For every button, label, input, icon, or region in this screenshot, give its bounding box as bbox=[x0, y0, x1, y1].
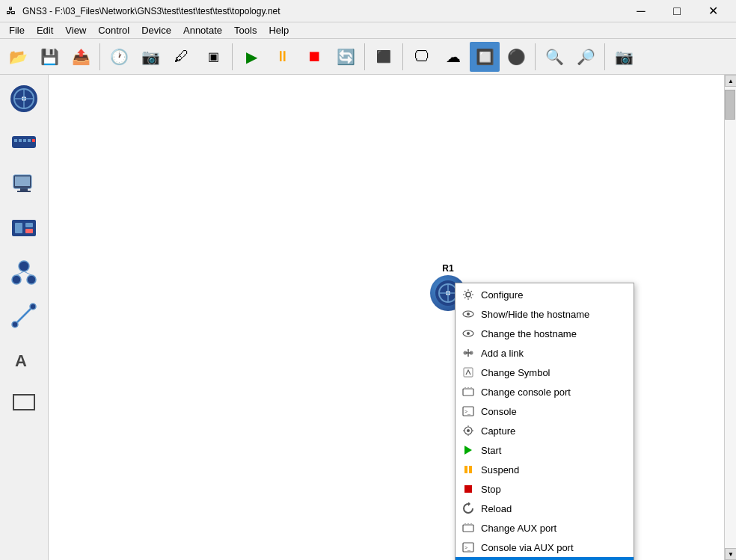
ctx-change-console-port[interactable]: Change console port bbox=[456, 382, 634, 401]
reload-icon bbox=[461, 502, 475, 515]
window-title: GNS3 - F:\03_Files\Network\GNS3\test\tes… bbox=[22, 6, 624, 16]
cloud-tb-button[interactable]: ☁ bbox=[438, 42, 468, 72]
scroll-thumb-v[interactable] bbox=[725, 90, 735, 120]
ctx-stop[interactable]: Stop bbox=[456, 479, 634, 499]
console-aux-icon: >_ bbox=[461, 541, 475, 554]
console-tb-button[interactable]: 🖵 bbox=[407, 42, 437, 72]
sidebar-item-connections[interactable] bbox=[3, 295, 45, 336]
svg-text:>_: >_ bbox=[464, 545, 470, 551]
show-hide-icon bbox=[461, 307, 475, 321]
ctx-console-aux-label: Console via AUX port bbox=[481, 542, 574, 553]
ctx-add-link-label: Add a link bbox=[481, 348, 524, 359]
svg-rect-52 bbox=[464, 466, 467, 473]
svg-rect-7 bbox=[19, 139, 22, 142]
ctx-show-hide-hostname[interactable]: Show/Hide the hostname bbox=[456, 304, 634, 324]
svg-marker-51 bbox=[464, 446, 472, 455]
add-link-icon bbox=[461, 346, 475, 360]
svg-point-36 bbox=[467, 313, 470, 316]
configure-icon bbox=[461, 288, 475, 301]
menu-view[interactable]: View bbox=[59, 23, 92, 37]
scroll-down-button[interactable]: ▼ bbox=[725, 548, 736, 560]
ctx-change-symbol-label: Change Symbol bbox=[481, 367, 551, 378]
import-button[interactable]: 🖊 bbox=[167, 42, 197, 72]
sidebar-item-switches[interactable] bbox=[3, 121, 45, 163]
menu-help[interactable]: Help bbox=[263, 23, 295, 37]
ctx-capture[interactable]: Capture bbox=[456, 421, 634, 440]
menu-annotate[interactable]: Annotate bbox=[177, 23, 228, 37]
sidebar-item-text[interactable]: A bbox=[3, 338, 45, 380]
terminal-button[interactable]: ▣ bbox=[198, 42, 228, 72]
menu-control[interactable]: Control bbox=[92, 23, 135, 37]
svg-rect-53 bbox=[469, 466, 472, 473]
ctx-console-aux[interactable]: >_ Console via AUX port bbox=[456, 538, 634, 557]
zoom-out-button[interactable]: 🔎 bbox=[571, 42, 601, 72]
scroll-track-v[interactable] bbox=[725, 87, 736, 548]
ctx-add-link[interactable]: Add a link bbox=[456, 343, 634, 363]
ctx-reload[interactable]: Reload bbox=[456, 499, 634, 518]
start-all-button[interactable]: ▶ bbox=[236, 42, 266, 72]
svg-text:A: A bbox=[15, 351, 27, 370]
ctx-suspend[interactable]: Suspend bbox=[456, 460, 634, 479]
hub-tb-button[interactable]: ⚫ bbox=[501, 42, 531, 72]
svg-point-20 bbox=[12, 275, 21, 284]
toolbar-sep-1 bbox=[99, 43, 100, 70]
svg-rect-14 bbox=[17, 191, 31, 192]
svg-point-34 bbox=[466, 292, 470, 297]
svg-rect-18 bbox=[25, 229, 33, 233]
device-r1-label: R1 bbox=[442, 263, 453, 274]
suspend-all-button[interactable]: ⏸ bbox=[268, 42, 298, 72]
open-button[interactable]: 📂 bbox=[3, 42, 33, 72]
ctx-capture-label: Capture bbox=[481, 425, 515, 437]
zoom-in-button[interactable]: 🔍 bbox=[539, 42, 569, 72]
maximize-button[interactable]: □ bbox=[660, 0, 694, 22]
scroll-up-button[interactable]: ▲ bbox=[725, 75, 736, 87]
toolbar-sep-5 bbox=[535, 43, 536, 70]
ctx-change-hostname-label: Change the hostname bbox=[481, 328, 577, 339]
ctx-start-label: Start bbox=[481, 445, 501, 456]
stop-all-button[interactable]: ⏹ bbox=[299, 42, 329, 72]
toolbar: 📂 💾 📤 🕐 📷 🖊 ▣ ▶ ⏸ ⏹ 🔄 ⬛ 🖵 ☁ 🔲 ⚫ 🔍 🔎 📷 bbox=[0, 39, 736, 75]
ctx-stop-label: Stop bbox=[481, 484, 501, 495]
save-portable-button[interactable]: 📤 bbox=[66, 42, 96, 72]
ctx-idle-pc[interactable]: Idle PC bbox=[456, 557, 634, 560]
sidebar-item-rectangle[interactable] bbox=[3, 381, 45, 423]
menu-edit[interactable]: Edit bbox=[31, 23, 59, 37]
stop-icon bbox=[461, 482, 475, 496]
change-aux-port-icon bbox=[461, 521, 475, 535]
sidebar-item-routers[interactable] bbox=[3, 78, 45, 120]
change-hostname-icon bbox=[461, 327, 475, 340]
svg-point-46 bbox=[467, 429, 470, 432]
snapshot-button[interactable]: 📷 bbox=[135, 42, 165, 72]
svg-rect-28 bbox=[13, 395, 34, 410]
ctx-configure-label: Configure bbox=[481, 289, 523, 301]
minimize-button[interactable]: ─ bbox=[624, 0, 658, 22]
sidebar-item-security[interactable] bbox=[3, 208, 45, 250]
capture-icon bbox=[461, 424, 475, 437]
sidebar-item-all-devices[interactable] bbox=[3, 251, 45, 293]
switch-tb-button[interactable]: 🔲 bbox=[470, 42, 500, 72]
virtualbox-button[interactable]: ⬛ bbox=[369, 42, 399, 72]
ctx-console[interactable]: >_ Console bbox=[456, 401, 634, 421]
menu-file[interactable]: File bbox=[3, 23, 31, 37]
ctx-change-symbol[interactable]: Change Symbol bbox=[456, 363, 634, 382]
menu-bar: File Edit View Control Device Annotate T… bbox=[0, 22, 736, 39]
refresh-button[interactable]: 🕐 bbox=[104, 42, 134, 72]
svg-rect-6 bbox=[14, 139, 17, 142]
sidebar-item-end-devices[interactable] bbox=[3, 164, 45, 206]
svg-text:>_: >_ bbox=[464, 409, 470, 415]
close-button[interactable]: ✕ bbox=[696, 0, 730, 22]
canvas-area[interactable]: R1 Configure bbox=[49, 75, 724, 560]
svg-rect-16 bbox=[15, 223, 22, 233]
ctx-start[interactable]: Start bbox=[456, 440, 634, 460]
screenshot-tb-button[interactable]: 📷 bbox=[609, 42, 639, 72]
ctx-change-aux-port[interactable]: Change AUX port bbox=[456, 518, 634, 538]
save-button[interactable]: 💾 bbox=[34, 42, 64, 72]
ctx-configure[interactable]: Configure bbox=[456, 285, 634, 304]
menu-tools[interactable]: Tools bbox=[228, 23, 263, 37]
reload-all-button[interactable]: 🔄 bbox=[331, 42, 361, 72]
svg-rect-17 bbox=[25, 223, 33, 227]
svg-rect-8 bbox=[23, 139, 26, 142]
svg-rect-9 bbox=[28, 139, 31, 142]
menu-device[interactable]: Device bbox=[135, 23, 177, 37]
ctx-change-hostname[interactable]: Change the hostname bbox=[456, 324, 634, 343]
